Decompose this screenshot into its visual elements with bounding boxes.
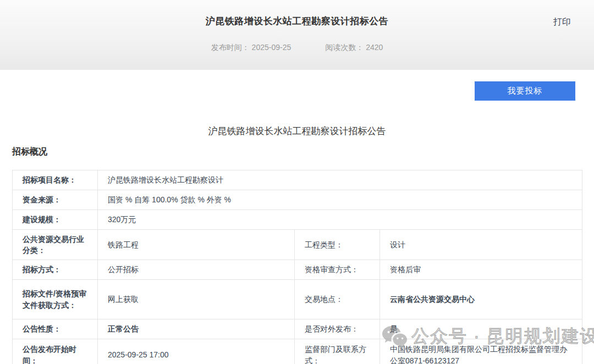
- table-row: 公告性质： 正常公告 是否对外发布： 是: [13, 319, 582, 339]
- table-cell-label: 是否对外发布：: [295, 319, 380, 339]
- table-cell-label: 资格审查方式：: [295, 260, 380, 280]
- table-cell-value: 国资 % 自筹 100.0% 贷款 % 外资 %: [98, 190, 582, 210]
- table-cell-value: 是: [380, 319, 582, 339]
- table-cell-label: 招标文件/资格预审文件获取方式：: [13, 280, 98, 319]
- publish-time-label: 发布时间：: [211, 43, 250, 52]
- section-title: 招标概况: [12, 146, 594, 158]
- table-cell-value: 云南省公共资源交易中心: [380, 280, 582, 319]
- table-row: 公共资源交易行业分类： 铁路工程 工程类型： 设计: [13, 230, 582, 260]
- read-count-label: 阅读次数：: [325, 43, 364, 52]
- table-row: 资金来源： 国资 % 自筹 100.0% 贷款 % 外资 %: [13, 190, 582, 210]
- table-row: 建设规模： 320万元: [13, 210, 582, 230]
- table-row: 招标方式： 公开招标 资格审查方式： 资格后审: [13, 260, 582, 280]
- bid-button-row: 我要投标: [0, 81, 594, 101]
- page-title: 沪昆铁路增设长水站工程勘察设计招标公告: [0, 0, 594, 27]
- read-count: 阅读次数： 2420: [325, 43, 383, 53]
- bid-button[interactable]: 我要投标: [475, 81, 575, 101]
- table-cell-label: 公告发布开始时间：: [13, 339, 98, 364]
- table-cell-value: 公开招标: [98, 260, 295, 280]
- table-cell-label: 工程类型：: [295, 230, 380, 260]
- document-title: 沪昆铁路增设长水站工程勘察设计招标公告: [0, 125, 594, 137]
- table-cell-value: 正常公告: [98, 319, 295, 339]
- table-cell-value: 中国铁路昆明局集团有限公司工程招投标监督管理办公室0871-66123127: [380, 339, 582, 364]
- table-cell-label: 监督部门及联系方式：: [295, 339, 380, 364]
- publish-time: 发布时间： 2025-09-25: [211, 43, 292, 53]
- table-cell-value: 沪昆铁路增设长水站工程勘察设计: [98, 170, 582, 190]
- table-cell-value: 320万元: [98, 210, 582, 230]
- print-button[interactable]: 打印: [553, 16, 571, 28]
- read-count-value: 2420: [366, 43, 383, 52]
- table-row: 招标项目名称： 沪昆铁路增设长水站工程勘察设计: [13, 170, 582, 190]
- table-cell-value: 2025-09-25 17:00: [98, 339, 295, 364]
- table-cell-label: 资金来源：: [13, 190, 98, 210]
- table-cell-label: 公告性质：: [13, 319, 98, 339]
- table-row: 公告发布开始时间： 2025-09-25 17:00 监督部门及联系方式： 中国…: [13, 339, 582, 364]
- publish-time-value: 2025-09-25: [252, 43, 292, 52]
- table-cell-value: 资格后审: [380, 260, 582, 280]
- table-cell-label: 招标项目名称：: [13, 170, 98, 190]
- table-cell-label: 公共资源交易行业分类：: [13, 230, 98, 260]
- table-cell-label: 交易地点：: [295, 280, 380, 319]
- table-cell-value: 设计: [380, 230, 582, 260]
- publish-meta: 发布时间： 2025-09-25 阅读次数： 2420: [0, 43, 594, 53]
- table-cell-label: 招标方式：: [13, 260, 98, 280]
- tender-overview-table: 招标项目名称： 沪昆铁路增设长水站工程勘察设计 资金来源： 国资 % 自筹 10…: [12, 170, 582, 364]
- table-cell-value: 网上获取: [98, 280, 295, 319]
- page-header: 沪昆铁路增设长水站工程勘察设计招标公告 打印 发布时间： 2025-09-25 …: [0, 0, 594, 70]
- table-cell-value: 铁路工程: [98, 230, 295, 260]
- table-cell-label: 建设规模：: [13, 210, 98, 230]
- table-row: 招标文件/资格预审文件获取方式： 网上获取 交易地点： 云南省公共资源交易中心: [13, 280, 582, 319]
